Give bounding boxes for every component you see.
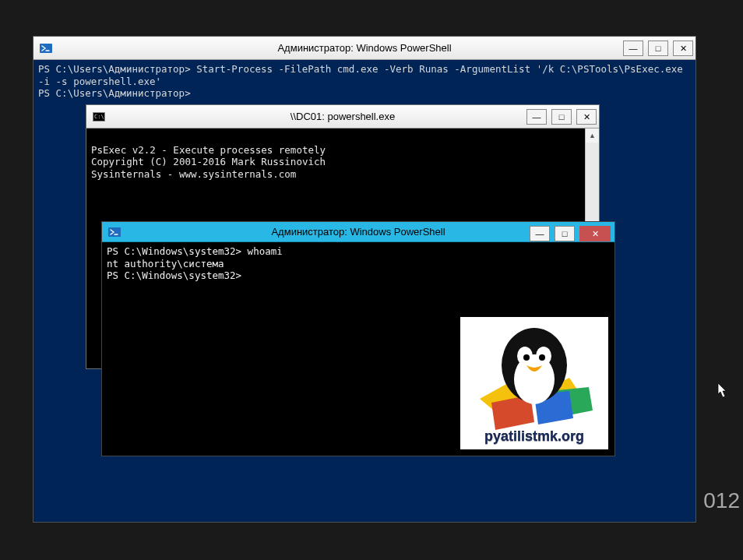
close-button[interactable]: ✕	[576, 109, 597, 125]
close-button[interactable]: ✕	[579, 226, 611, 241]
svg-point-6	[523, 354, 530, 361]
maximize-button[interactable]: □	[555, 226, 575, 241]
window-title: Администратор: Windows PowerShell	[33, 42, 695, 54]
watermark-logo: pyatilistmk.org	[460, 317, 608, 449]
cursor-pointer-icon	[713, 382, 729, 404]
titlebar[interactable]: Администратор: Windows PowerShell — □ ✕	[102, 222, 614, 242]
powershell-icon	[40, 42, 52, 55]
cmd-icon: C:\	[93, 111, 105, 123]
titlebar[interactable]: Администратор: Windows PowerShell — □ ✕	[33, 37, 695, 60]
powershell-icon	[108, 226, 121, 238]
desktop-watermark-text: 012	[703, 488, 740, 513]
maximize-button[interactable]: □	[648, 41, 668, 56]
scroll-up-arrow-icon[interactable]: ▲	[586, 129, 599, 143]
minimize-button[interactable]: —	[526, 109, 547, 125]
svg-point-7	[539, 354, 545, 361]
close-button[interactable]: ✕	[673, 41, 693, 56]
desktop-background: Администратор: Windows PowerShell — □ ✕ …	[0, 0, 743, 560]
maximize-button[interactable]: □	[551, 109, 572, 125]
watermark-text: pyatilistmk.org	[484, 428, 584, 445]
window-title: \\DC01: powershell.exe	[86, 111, 599, 122]
minimize-button[interactable]: —	[530, 226, 550, 241]
titlebar[interactable]: C:\ \\DC01: powershell.exe — □ ✕	[86, 105, 599, 129]
minimize-button[interactable]: —	[623, 41, 643, 56]
powershell-inner-window[interactable]: Администратор: Windows PowerShell — □ ✕ …	[101, 221, 615, 456]
terminal-output[interactable]: PS C:\Users\Администратор> Start-Process…	[33, 60, 695, 103]
